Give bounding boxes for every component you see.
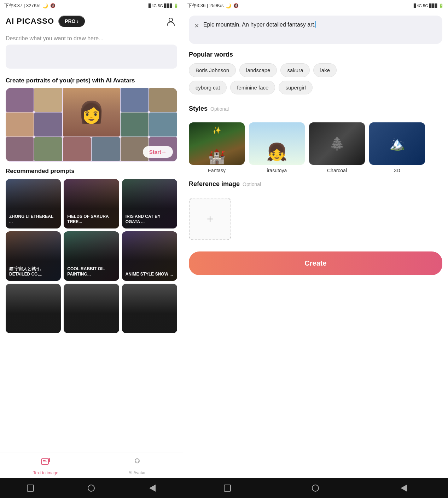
android-nav-left [0,478,183,498]
reference-optional-label: Optional [243,181,261,187]
reference-image-section: Reference image Optional + [183,178,448,246]
popular-words-title: Popular words [189,51,442,58]
android-back-btn-left[interactable] [147,482,158,494]
close-button[interactable]: × [194,21,199,30]
text-cursor [315,21,316,28]
prompt-card-text-1: ZHONG LI ETHEREAL ... [9,214,57,225]
recommended-prompts-section: Recommended prompts ZHONG LI ETHEREAL ..… [0,162,183,336]
nav-text-to-image[interactable]: Text to image [0,452,92,478]
status-bar-right: 下午3:36 | 259K/s 🌙 🔇 ▊4G 5G ▊▊▊ 🔋 [183,0,448,11]
avatars-title: Create portraits of you(r pets) with AI … [6,77,177,84]
mute-icon-right: 🔇 [233,3,239,8]
add-image-icon: + [207,213,214,226]
avatars-section: Create portraits of you(r pets) with AI … [0,71,183,162]
prompt-card-text-5: COOL RABBIT OIL PAINTING... [67,266,115,277]
start-button[interactable]: Start→ [143,146,173,158]
reference-upload-box[interactable]: + [189,198,231,240]
pro-button[interactable]: PRO › [58,16,85,27]
collage-cell [149,88,177,112]
prompt-card-6[interactable]: ANIME STYLE SNOW ... [122,231,177,281]
prompt-card-7[interactable] [6,284,61,333]
word-chip-supergirl[interactable]: supergirl [279,81,313,94]
collage-cell [34,137,62,161]
style-img-3d: 🏔️ [369,122,425,165]
prompt-card-1[interactable]: ZHONG LI ETHEREAL ... [6,179,61,228]
svg-point-0 [169,18,173,22]
collage-cell [121,88,149,112]
signal-icons-right: ▊4G 5G ▊▊▊ 🔋 [414,4,444,8]
bottom-nav-left: Text to image AI Avatar [0,452,183,478]
word-chip-boris-johnson[interactable]: Boris Johnson [189,63,236,77]
prompt-card-2[interactable]: FIELDS OF SAKURA TREE... [64,179,119,228]
reference-header: Reference image Optional [189,180,442,193]
ai-avatar-icon [132,457,142,469]
style-item-3d[interactable]: 🏔️ 3D [369,122,425,173]
style-img-charcoal: 🌲 [309,122,365,165]
header-left: AI PICASSO PRO › [0,11,183,31]
moon-icon: 🌙 [42,3,48,8]
text-input-area[interactable]: × Epic mountain. An hyper detailed fanta… [189,16,442,44]
word-chip-feminine-face[interactable]: feminine face [230,81,275,94]
android-nav-right [183,478,448,498]
word-chip-lake[interactable]: lake [313,63,337,77]
styles-row: 🏰 ✨ Fantasy 👧 irasutoya [189,122,442,173]
collage-cell [149,112,177,137]
popular-words-section: Popular words Boris Johnson landscape sa… [183,48,448,102]
text-to-image-icon [41,457,51,469]
recommended-title: Recommended prompts [6,168,177,175]
moon-icon-right: 🌙 [226,3,231,8]
collage-cell [121,112,149,137]
style-img-irasutoya: 👧 [249,122,305,165]
status-time-right: 下午3:36 | 259K/s [187,2,223,9]
svg-point-7 [138,461,139,462]
styles-optional-label: Optional [210,106,229,112]
collage-cell [6,88,34,112]
style-item-charcoal[interactable]: 🌲 Charcoal [309,122,365,173]
android-square-btn-right[interactable] [222,482,233,494]
style-label-fantasy: Fantasy [208,168,226,173]
create-button[interactable]: Create [189,251,442,275]
user-profile-button[interactable] [164,15,177,28]
style-label-charcoal: Charcoal [327,168,347,173]
word-chip-cyborg-cat[interactable]: cyborg cat [189,81,227,94]
words-row-2: cyborg cat feminine face supergirl [189,81,442,94]
style-item-irasutoya[interactable]: 👧 irasutoya [249,122,305,173]
prompt-input[interactable] [6,45,177,69]
style-item-fantasy[interactable]: 🏰 ✨ Fantasy [189,122,245,173]
word-chip-landscape[interactable]: landscape [239,63,277,77]
android-square-btn-left[interactable] [25,482,36,494]
prompt-section: Describe what you want to draw here... [0,31,183,71]
collage-cell [34,112,62,137]
prompt-card-5[interactable]: COOL RABBIT OIL PAINTING... [64,231,119,281]
collage-cell [63,137,91,161]
svg-rect-4 [48,458,50,462]
prompt-card-9[interactable] [122,284,177,333]
left-panel: 下午3:37 | 327K/s 🌙 🔇 ▊4G 5G ▊▊▊ 🔋 AI PICA… [0,0,183,498]
styles-header: Styles Optional [189,105,442,117]
spacer [183,282,448,478]
prompt-card-4[interactable]: 猫 宇宙人と戦う, DETAILED CG,... [6,231,61,281]
collage-cell [6,137,34,161]
text-input-content[interactable]: Epic mountain. An hyper detailed fantasy… [203,21,437,29]
android-back-btn-right[interactable] [398,482,409,494]
right-panel: 下午3:36 | 259K/s 🌙 🔇 ▊4G 5G ▊▊▊ 🔋 × Epic … [183,0,448,498]
prompt-card-8[interactable] [64,284,119,333]
svg-rect-2 [43,460,46,461]
nav-ai-avatar[interactable]: AI Avatar [92,452,183,478]
word-chip-sakura[interactable]: sakura [280,63,310,77]
android-circle-btn-left[interactable] [86,482,97,494]
prompt-card-text-4: 猫 宇宙人と戦う, DETAILED CG,... [9,266,57,277]
prompt-card-3[interactable]: IRIS AND CAT BY OGATA ... [122,179,177,228]
collage-cell-main: 👩 [63,88,120,137]
styles-title: Styles [189,105,208,112]
android-circle-btn-right[interactable] [310,482,321,494]
prompt-placeholder-label: Describe what you want to draw here... [6,35,177,42]
style-label-irasutoya: irasutoya [267,168,287,173]
avatar-collage[interactable]: 👩 Start→ [6,88,177,162]
signal-icons-left: ▊4G 5G ▊▊▊ 🔋 [149,4,179,8]
mute-icon: 🔇 [50,3,56,8]
collage-cell [6,112,34,137]
collage-cell [34,88,62,112]
prompt-card-text-6: ANIME STYLE SNOW ... [126,272,173,277]
status-bar-left: 下午3:37 | 327K/s 🌙 🔇 ▊4G 5G ▊▊▊ 🔋 [0,0,183,11]
